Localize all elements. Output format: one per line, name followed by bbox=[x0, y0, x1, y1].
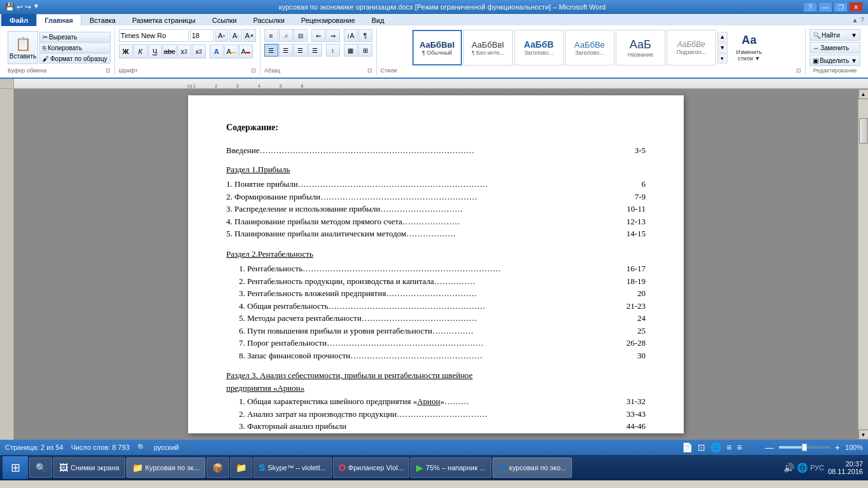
styles-scroll-up[interactable]: ▲ bbox=[717, 32, 728, 42]
font-size-input[interactable] bbox=[190, 29, 214, 42]
style-subtitle[interactable]: АаБбВe Подзагол... bbox=[667, 30, 716, 65]
styles-more[interactable]: ▾ bbox=[717, 53, 728, 64]
app2-icon: 📁 bbox=[236, 463, 247, 473]
font-grow-button[interactable]: A+ bbox=[215, 29, 228, 42]
justify-button[interactable]: ☰ bbox=[308, 44, 322, 57]
taskbar-coursework-explorer[interactable]: 📁 Курсовая по эк... bbox=[126, 458, 205, 478]
shading-button[interactable]: ▦ bbox=[344, 44, 358, 57]
style-heading1[interactable]: АаБбВ Заголово... bbox=[514, 30, 564, 65]
style-nospacing[interactable]: АаБбВвI ¶ Без инте... bbox=[463, 30, 513, 65]
clock[interactable]: 20:37 08.11.2016 bbox=[828, 460, 863, 475]
tab-home[interactable]: Главная bbox=[36, 14, 81, 26]
scroll-up-button[interactable]: ▲ bbox=[858, 89, 869, 99]
zoom-slider[interactable] bbox=[779, 446, 830, 449]
close-btn[interactable]: ✕ bbox=[849, 2, 863, 12]
ribbon-collapse-btn[interactable]: ▲ bbox=[852, 17, 858, 24]
subscript-button[interactable]: x2 bbox=[177, 44, 191, 58]
tab-references[interactable]: Ссылки bbox=[204, 14, 245, 26]
taskbar-word[interactable]: W курсовая по эко... bbox=[492, 458, 572, 478]
font-expand-icon[interactable]: ⊡ bbox=[251, 67, 256, 74]
minimize-btn[interactable]: — bbox=[818, 2, 832, 12]
styles-scroll-down[interactable]: ▼ bbox=[717, 43, 728, 53]
language-tray[interactable]: РУС bbox=[810, 464, 824, 471]
bold-button[interactable]: Ж bbox=[119, 44, 133, 58]
bullets-button[interactable]: ≡ bbox=[264, 29, 278, 42]
screenshots-icon: 🖼 bbox=[59, 463, 68, 473]
more-quick-btn[interactable]: ▼ bbox=[33, 3, 39, 11]
paragraph-expand-icon[interactable]: ⊡ bbox=[367, 67, 372, 74]
highlight-button[interactable]: A▬ bbox=[224, 44, 238, 58]
taskbar-app1[interactable]: 📦 bbox=[207, 458, 229, 478]
clear-formatting-button[interactable]: A✕ bbox=[243, 29, 256, 42]
volume-icon[interactable]: 🔊 bbox=[783, 463, 794, 473]
save-quick-btn[interactable]: 💾 bbox=[5, 3, 15, 11]
undo-quick-btn[interactable]: ↩ bbox=[17, 3, 23, 11]
view-draft-btn[interactable]: ≡ bbox=[737, 442, 742, 452]
text-effects-button[interactable]: A bbox=[210, 44, 224, 58]
superscript-button[interactable]: x2 bbox=[192, 44, 206, 58]
paste-button[interactable]: 📋 Вставить bbox=[8, 31, 38, 64]
status-bar: Страница: 2 из 54 Число слов: 8 793 🔍 ру… bbox=[0, 440, 868, 455]
spell-check-icon[interactable]: 🔍 bbox=[137, 444, 146, 452]
taskbar-screenshots[interactable]: 🖼 Снимки экрана bbox=[53, 458, 125, 478]
format-paint-button[interactable]: 🖌Формат по образцу bbox=[39, 53, 111, 64]
ruler-corner[interactable] bbox=[0, 79, 14, 89]
scroll-down-button[interactable]: ▼ bbox=[858, 430, 869, 440]
scrollbar-thumb[interactable] bbox=[859, 118, 868, 144]
line-spacing-button[interactable]: ↕ bbox=[326, 44, 340, 57]
style-heading2[interactable]: АаБбВe Заголово... bbox=[565, 30, 614, 65]
maximize-btn[interactable]: ❐ bbox=[834, 2, 848, 12]
zoom-in-button[interactable]: + bbox=[835, 442, 840, 452]
view-full-btn[interactable]: ⊡ bbox=[698, 442, 705, 452]
network-icon[interactable]: 🌐 bbox=[797, 463, 808, 473]
zoom-out-button[interactable]: — bbox=[765, 442, 774, 452]
help-ribbon-btn[interactable]: ? bbox=[860, 17, 864, 24]
scrollbar-track[interactable] bbox=[858, 99, 868, 430]
align-left-button[interactable]: ☰ bbox=[264, 44, 278, 57]
style-title[interactable]: АаБ Название bbox=[616, 30, 665, 65]
align-right-button[interactable]: ☰ bbox=[294, 44, 308, 57]
numbering-button[interactable]: ⑁ bbox=[279, 29, 293, 42]
editing-group: 🔍 Найти ▼ ↔ Заменить ▣ Выделить ▼ Редакт… bbox=[806, 28, 864, 75]
show-marks-button[interactable]: ¶ bbox=[358, 29, 372, 42]
tab-insert[interactable]: Вставка bbox=[81, 14, 124, 26]
copy-button[interactable]: ⎘Копировать bbox=[39, 43, 111, 53]
increase-indent-button[interactable]: ⇒ bbox=[326, 29, 340, 42]
italic-button[interactable]: К bbox=[133, 44, 147, 58]
underline-button[interactable]: Ч bbox=[148, 44, 162, 58]
font-name-input[interactable] bbox=[119, 29, 189, 42]
help-btn[interactable]: ? bbox=[803, 2, 817, 12]
font-color-button[interactable]: A▬ bbox=[239, 44, 253, 58]
change-styles-button[interactable]: Аа Изменитьстили ▼ bbox=[729, 30, 770, 65]
redo-quick-btn[interactable]: ↪ bbox=[25, 3, 31, 11]
start-button[interactable]: ⊞ bbox=[3, 456, 28, 479]
font-shrink-button[interactable]: A- bbox=[229, 29, 242, 42]
view-print-btn[interactable]: 📄 bbox=[682, 442, 693, 452]
language[interactable]: русский bbox=[154, 444, 179, 451]
find-button[interactable]: 🔍 Найти ▼ bbox=[810, 29, 860, 41]
search-button[interactable]: 🔍 bbox=[29, 458, 52, 478]
tab-file[interactable]: Файл bbox=[1, 14, 36, 26]
taskbar-skype[interactable]: S Skype™ – violett... bbox=[254, 458, 332, 478]
taskbar-freelancer[interactable]: O Фрилансер Viol... bbox=[333, 458, 409, 478]
tab-review[interactable]: Рецензирование bbox=[293, 14, 363, 26]
tab-view[interactable]: Вид bbox=[363, 14, 393, 26]
styles-expand-icon[interactable]: ⊡ bbox=[796, 67, 801, 74]
select-button[interactable]: ▣ Выделить ▼ bbox=[810, 55, 860, 66]
view-outline-btn[interactable]: ≡ bbox=[726, 442, 731, 452]
strikethrough-button[interactable]: abc bbox=[163, 44, 177, 58]
style-normal[interactable]: АаБбВвI ¶ Обычный bbox=[412, 30, 462, 65]
clipboard-expand-icon[interactable]: ⊡ bbox=[105, 67, 111, 74]
cut-button[interactable]: ✂Вырезать bbox=[39, 32, 111, 42]
multilevel-button[interactable]: ⊟ bbox=[294, 29, 308, 42]
replace-button[interactable]: ↔ Заменить bbox=[810, 42, 860, 53]
align-center-button[interactable]: ☰ bbox=[279, 44, 293, 57]
view-web-btn[interactable]: 🌐 bbox=[710, 442, 721, 452]
taskbar-app2[interactable]: 📁 bbox=[230, 458, 252, 478]
taskbar-75pct[interactable]: ▶ 75% – напарник ... bbox=[410, 458, 491, 478]
tab-mailings[interactable]: Рассылки bbox=[245, 14, 292, 26]
tab-layout[interactable]: Разметка страницы bbox=[124, 14, 204, 26]
borders-button[interactable]: ⊞ bbox=[358, 44, 372, 57]
decrease-indent-button[interactable]: ⇐ bbox=[311, 29, 325, 42]
sort-button[interactable]: ↕A bbox=[344, 29, 358, 42]
